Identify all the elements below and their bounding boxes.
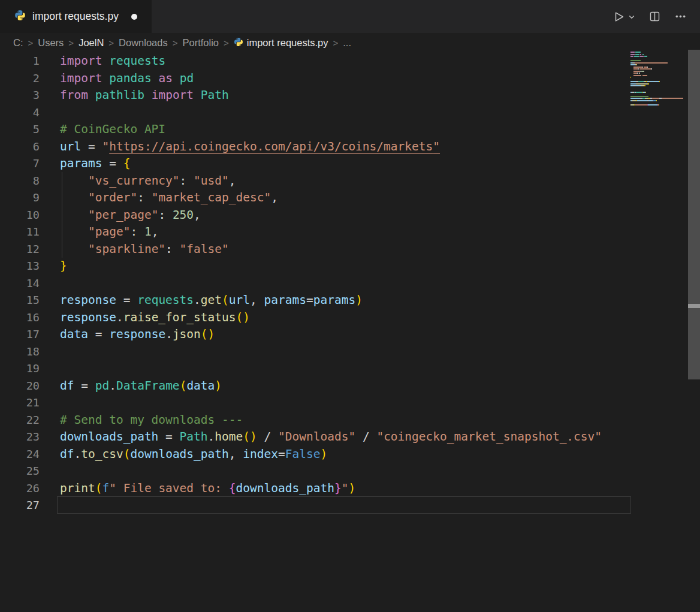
code-text: params = { (40, 155, 130, 173)
breadcrumb-downloads[interactable]: Downloads (119, 37, 168, 49)
code-text: response.raise_for_status() (40, 309, 250, 327)
code-line[interactable]: 3from pathlib import Path (0, 87, 688, 104)
code-line[interactable]: 27 (0, 497, 688, 514)
minimap-line (630, 62, 687, 64)
code-line[interactable]: 13} (0, 258, 688, 275)
more-actions-button[interactable] (674, 10, 687, 23)
scrollbar-slider[interactable] (688, 50, 700, 379)
code-line[interactable]: 19 (0, 360, 688, 378)
minimap-line (630, 98, 687, 99)
python-file-icon (234, 37, 243, 49)
code-line[interactable]: 11 "page": 1, (0, 224, 688, 241)
code-line[interactable]: 14 (0, 275, 688, 293)
code-line[interactable]: 26print(f" File saved to: {downloads_pat… (0, 480, 688, 498)
code-text: } (40, 258, 67, 275)
code-line[interactable]: 20df = pd.DataFrame(data) (0, 378, 688, 395)
minimap-line (630, 104, 687, 105)
breadcrumb-drive[interactable]: C: (13, 37, 23, 49)
code-area[interactable]: 1import requests2import pandas as pd3fro… (0, 53, 688, 514)
code-text: df = pd.DataFrame(data) (40, 378, 222, 395)
line-number: 10 (0, 207, 40, 224)
code-line[interactable]: 6url = "https://api.coingecko.com/api/v3… (0, 138, 688, 156)
minimap-line (630, 102, 687, 103)
line-number: 22 (0, 412, 40, 429)
line-number: 23 (0, 429, 40, 446)
minimap-line (630, 88, 687, 89)
line-number: 6 (0, 138, 40, 156)
code-line[interactable]: 22# Send to my downloads --- (0, 412, 688, 429)
code-text (40, 497, 60, 514)
breadcrumb-joeln[interactable]: JoelN (79, 37, 104, 49)
code-text: url = "https://api.coingecko.com/api/v3/… (40, 138, 440, 156)
code-text: response = requests.get(url, params=para… (40, 292, 363, 309)
line-number: 12 (0, 241, 40, 258)
code-text (40, 275, 60, 293)
line-number: 9 (0, 189, 40, 207)
code-line[interactable]: 17data = response.json() (0, 326, 688, 343)
split-editor-button[interactable] (648, 10, 661, 23)
minimap-line (630, 52, 687, 53)
chevron-down-icon (628, 13, 635, 20)
code-line[interactable]: 8 "vs_currency": "usd", (0, 173, 688, 190)
code-text: # Send to my downloads --- (40, 412, 243, 429)
breadcrumb-users[interactable]: Users (38, 37, 64, 49)
code-text (40, 104, 60, 122)
code-line[interactable]: 9 "order": "market_cap_desc", (0, 189, 688, 207)
code-line[interactable]: 2import pandas as pd (0, 70, 688, 88)
breadcrumb-separator-icon: > (224, 38, 229, 48)
vscode-editor-window: import requests.py (0, 0, 700, 612)
minimap-line (630, 73, 687, 74)
minimap-line (630, 54, 687, 55)
code-line[interactable]: 18 (0, 343, 688, 361)
code-text: "order": "market_cap_desc", (40, 189, 278, 207)
code-line[interactable]: 15response = requests.get(url, params=pa… (0, 292, 688, 309)
breadcrumb: C: > Users > JoelN > Downloads > Portfol… (0, 33, 700, 53)
line-number: 11 (0, 224, 40, 241)
minimap-line (630, 100, 687, 101)
code-line[interactable]: 21 (0, 394, 688, 412)
python-file-icon (14, 10, 26, 23)
line-number: 21 (0, 394, 40, 412)
minimap-line (630, 89, 687, 91)
code-line[interactable]: 12 "sparkline": "false" (0, 241, 688, 258)
minimap-line (630, 106, 687, 107)
line-number: 24 (0, 446, 40, 463)
minimap-line (630, 92, 687, 93)
line-number: 2 (0, 70, 40, 88)
line-number: 18 (0, 343, 40, 361)
line-number: 8 (0, 173, 40, 190)
code-text: "per_page": 250, (40, 207, 201, 224)
breadcrumb-symbol-ellipsis[interactable]: ... (343, 37, 351, 49)
code-text (40, 360, 60, 378)
run-python-file-button[interactable] (612, 10, 635, 23)
line-number: 19 (0, 360, 40, 378)
line-number: 27 (0, 497, 40, 514)
line-number: 4 (0, 104, 40, 122)
code-line[interactable]: 25 (0, 463, 688, 480)
unsaved-changes-dot[interactable] (131, 14, 137, 20)
vertical-scrollbar (688, 50, 700, 612)
minimap-line (630, 81, 687, 82)
line-number: 16 (0, 309, 40, 327)
breadcrumb-separator-icon: > (108, 38, 114, 48)
line-number: 13 (0, 258, 40, 275)
code-text (40, 394, 60, 412)
code-line[interactable]: 23downloads_path = Path.home() / "Downlo… (0, 429, 688, 446)
line-number: 20 (0, 378, 40, 395)
breadcrumb-file[interactable]: import requests.py (234, 37, 328, 49)
minimap-line (630, 58, 687, 59)
code-line[interactable]: 16response.raise_for_status() (0, 309, 688, 327)
breadcrumb-portfolio[interactable]: Portfolio (182, 37, 219, 49)
code-line[interactable]: 1import requests (0, 53, 688, 70)
code-line[interactable]: 4 (0, 104, 688, 122)
code-line[interactable]: 10 "per_page": 250, (0, 207, 688, 224)
minimap-line (630, 85, 687, 86)
breadcrumb-separator-icon: > (68, 38, 74, 48)
tab-import-requests[interactable]: import requests.py (0, 0, 152, 33)
code-line[interactable]: 7params = { (0, 155, 688, 173)
minimap[interactable] (630, 52, 687, 108)
minimap-line (630, 94, 687, 95)
code-line[interactable]: 5# CoinGecko API (0, 121, 688, 138)
code-line[interactable]: 24df.to_csv(downloads_path, index=False) (0, 446, 688, 463)
code-text (40, 463, 60, 480)
